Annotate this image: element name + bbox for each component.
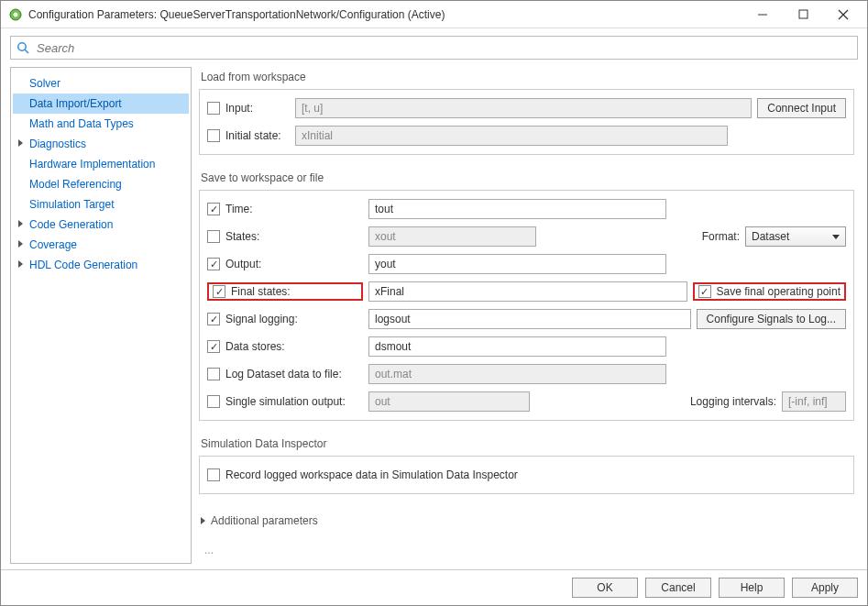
content-panel: Load from workspace Input: [t, u] Connec…: [199, 67, 858, 564]
time-field[interactable]: tout: [368, 199, 666, 219]
nav-item-code-generation[interactable]: Code Generation: [13, 215, 189, 235]
save-op-point-checkbox[interactable]: [698, 285, 711, 298]
log-to-file-checkbox[interactable]: [207, 368, 220, 380]
initial-state-field: xInitial: [295, 126, 728, 146]
output-field[interactable]: yout: [368, 254, 666, 274]
maximize-button[interactable]: [783, 2, 823, 28]
configure-signals-button[interactable]: Configure Signals to Log...: [697, 309, 846, 329]
inspector-section: Record logged workspace data in Simulati…: [199, 456, 854, 494]
initial-state-label: Initial state:: [225, 129, 290, 142]
nav-sidebar: Solver Data Import/Export Math and Data …: [10, 67, 192, 564]
signal-logging-label: Signal logging:: [225, 313, 363, 325]
states-field: xout: [368, 226, 536, 247]
search-bar[interactable]: [10, 36, 858, 60]
output-checkbox[interactable]: [207, 258, 220, 270]
svg-point-6: [18, 43, 26, 50]
ok-button[interactable]: OK: [572, 578, 638, 598]
nav-item-hdl-code-generation[interactable]: HDL Code Generation: [13, 255, 189, 275]
additional-params-expander[interactable]: Additional parameters: [201, 514, 852, 527]
format-value: Dataset: [752, 230, 789, 243]
chevron-down-icon: [832, 235, 840, 239]
nav-item-simulation-target[interactable]: Simulation Target: [13, 194, 189, 215]
final-states-checkbox[interactable]: [213, 285, 225, 298]
svg-point-1: [14, 12, 18, 17]
nav-item-model-referencing[interactable]: Model Referencing: [13, 174, 189, 194]
signal-logging-checkbox[interactable]: [207, 313, 220, 325]
close-button[interactable]: [823, 2, 863, 28]
time-checkbox[interactable]: [207, 203, 220, 215]
format-label: Format:: [702, 230, 740, 243]
states-label: States:: [225, 230, 363, 243]
load-section-title: Load from workspace: [201, 71, 854, 83]
save-section-title: Save to workspace or file: [201, 171, 854, 184]
log-to-file-field: out.mat: [368, 364, 666, 384]
save-section: Time: tout States: xout Format: Dataset …: [199, 190, 854, 421]
help-button[interactable]: Help: [719, 578, 785, 598]
single-out-checkbox[interactable]: [207, 395, 220, 408]
data-stores-field[interactable]: dsmout: [368, 336, 666, 357]
record-checkbox[interactable]: [207, 468, 220, 481]
search-input[interactable]: [35, 40, 852, 56]
save-op-point-label: Save final operating point: [717, 285, 841, 298]
data-stores-label: Data stores:: [225, 340, 363, 353]
record-label: Record logged workspace data in Simulati…: [225, 468, 518, 481]
nav-item-data-import-export[interactable]: Data Import/Export: [13, 94, 189, 114]
save-op-point-highlight: Save final operating point: [693, 282, 846, 301]
apply-button[interactable]: Apply: [792, 578, 858, 598]
connect-input-button[interactable]: Connect Input: [757, 98, 846, 118]
nav-item-coverage[interactable]: Coverage: [13, 235, 189, 255]
titlebar: Configuration Parameters: QueueServerTra…: [1, 1, 867, 28]
output-label: Output:: [225, 258, 363, 270]
logging-intervals-field: [-inf, inf]: [782, 391, 846, 412]
load-section: Input: [t, u] Connect Input Initial stat…: [199, 89, 854, 155]
dialog-footer: OK Cancel Help Apply: [1, 569, 867, 605]
states-checkbox[interactable]: [207, 230, 220, 243]
search-icon: [16, 41, 29, 54]
nav-item-math-and-data-types[interactable]: Math and Data Types: [13, 114, 189, 134]
final-states-highlight: Final states:: [207, 282, 363, 301]
ellipsis: ...: [204, 544, 849, 556]
input-label: Input:: [225, 102, 290, 115]
log-to-file-label: Log Dataset data to file:: [225, 368, 363, 380]
cancel-button[interactable]: Cancel: [645, 578, 711, 598]
svg-rect-3: [799, 10, 808, 18]
format-select[interactable]: Dataset: [745, 226, 846, 247]
minimize-button[interactable]: [742, 2, 783, 28]
single-out-field: out: [368, 391, 530, 412]
app-icon: [8, 7, 23, 22]
input-checkbox[interactable]: [207, 102, 220, 115]
chevron-right-icon: [201, 517, 205, 524]
time-label: Time:: [225, 203, 363, 215]
final-states-field[interactable]: xFinal: [368, 281, 687, 302]
nav-item-diagnostics[interactable]: Diagnostics: [13, 134, 189, 154]
single-out-label: Single simulation output:: [225, 395, 363, 408]
additional-params-label: Additional parameters: [211, 514, 318, 527]
initial-state-checkbox[interactable]: [207, 129, 220, 142]
svg-line-7: [25, 50, 28, 53]
signal-logging-field[interactable]: logsout: [368, 309, 691, 329]
logging-intervals-label: Logging intervals:: [690, 395, 776, 408]
data-stores-checkbox[interactable]: [207, 340, 220, 353]
inspector-section-title: Simulation Data Inspector: [201, 437, 854, 450]
final-states-label: Final states:: [231, 285, 304, 298]
nav-item-solver[interactable]: Solver: [13, 73, 189, 94]
window-title: Configuration Parameters: QueueServerTra…: [28, 8, 742, 21]
nav-item-hardware-implementation[interactable]: Hardware Implementation: [13, 154, 189, 174]
input-field: [t, u]: [295, 98, 752, 118]
